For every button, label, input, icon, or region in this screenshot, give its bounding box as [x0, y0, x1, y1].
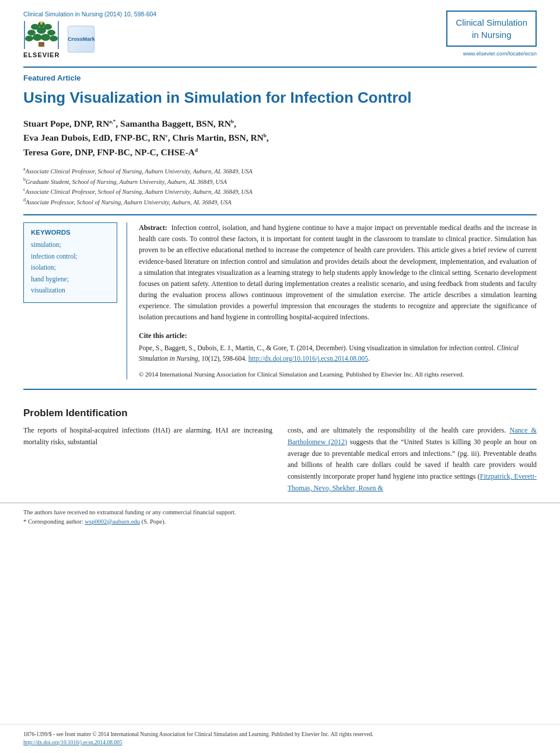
keywords-label: KEYWORDS	[31, 229, 110, 236]
svg-point-7	[37, 27, 46, 34]
footnote-area: The authors have received no extramural …	[0, 503, 560, 527]
doi-link[interactable]: http://dx.doi.org/10.1016/j.ecsn.2014.08…	[23, 740, 123, 745]
corresponding-email-link[interactable]: wsp0002@auburn.edu	[85, 518, 140, 525]
header-divider	[23, 67, 537, 68]
elsevier-wordmark: ELSEVIER	[23, 51, 60, 58]
affiliations: aAssociate Clinical Professor, School of…	[23, 166, 537, 207]
svg-point-10	[33, 34, 42, 41]
elsevier-logo: ELSEVIER	[23, 20, 60, 58]
abstract: Abstract: Infection control, isolation, …	[139, 222, 537, 323]
journal-url: www.elsevier.com/locate/ecsn	[446, 50, 537, 57]
journal-reference: Clinical Simulation in Nursing (2014) 10…	[23, 11, 156, 18]
featured-article-label: Featured Article	[0, 68, 560, 82]
body-col-left: The reports of hospital-acquired infecti…	[23, 425, 272, 494]
svg-rect-13	[38, 42, 44, 47]
problem-section-title: Problem Identification	[23, 407, 537, 419]
section-divider	[23, 214, 537, 215]
article-title: Using Visualization in Simulation for In…	[23, 88, 537, 107]
svg-point-12	[50, 36, 58, 41]
nance-bartholomew-link[interactable]: Nance & Bartholomew (2012)	[288, 426, 537, 446]
cite-label: Cite this article:	[139, 332, 537, 340]
authors: Stuart Pope, DNP, RNa,*, Samantha Bagget…	[23, 117, 537, 160]
body-col-right: costs, and are ultimately the responsibi…	[288, 425, 537, 494]
body-divider	[23, 389, 537, 390]
svg-point-15	[41, 23, 43, 25]
svg-point-11	[41, 34, 50, 41]
copyright-notice: © 2014 International Nursing Association…	[139, 369, 537, 379]
footnote-corresponding: * Corresponding author: wsp0002@auburn.e…	[23, 517, 537, 527]
cite-doi-link[interactable]: http://dx.doi.org/10.1016/j.ecsn.2014.08…	[249, 355, 368, 362]
crossmark-logo: CrossMark	[68, 26, 94, 53]
fitzpatrick-link[interactable]: Fitzpatrick, Everett-Thomas, Nevo, Shekh…	[288, 472, 537, 492]
keywords-abstract-section: KEYWORDS simulation; infection control; …	[0, 222, 560, 379]
keyword-3: isolation;	[31, 262, 110, 274]
svg-point-9	[25, 36, 33, 41]
cite-text: Pope, S., Baggett, S., Dubois, E. J., Ma…	[139, 343, 537, 364]
issn-notice: 1876-1399/$ - see front matter © 2014 In…	[23, 730, 537, 739]
journal-branding: Clinical Simulation in Nursing www.elsev…	[446, 11, 537, 57]
keyword-4: hand hygiene;	[31, 274, 110, 285]
keyword-2: infection control;	[31, 251, 110, 263]
body-text-section: The reports of hospital-acquired infecti…	[0, 425, 560, 494]
footnote-funding: The authors have received no extramural …	[23, 508, 537, 517]
bottom-bar: 1876-1399/$ - see front matter © 2014 In…	[0, 724, 560, 753]
keyword-1: simulation;	[31, 239, 110, 251]
cite-section: Cite this article: Pope, S., Baggett, S.…	[139, 332, 537, 364]
keyword-5: visualization	[31, 285, 110, 297]
